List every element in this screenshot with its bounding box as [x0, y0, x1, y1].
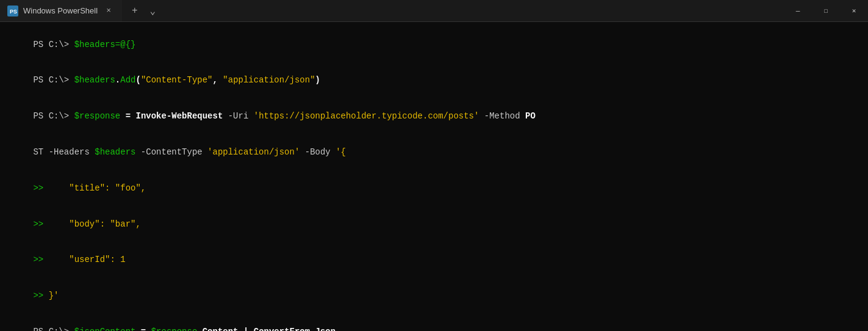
close-tab-button[interactable]: ×: [102, 5, 115, 16]
terminal-line: >> "body": "bar",: [2, 206, 866, 242]
title-bar: PS Windows PowerShell × + ⌄ — ☐ ✕: [0, 0, 868, 22]
terminal-line: PS C:\> $headers=@{}: [2, 27, 866, 63]
tab-title: Windows PowerShell: [23, 6, 98, 15]
terminal-line: ST -Headers $headers -ContentType 'appli…: [2, 134, 866, 170]
terminal-line: PS C:\> $headers.Add("Content-Type", "ap…: [2, 63, 866, 99]
terminal-line: PS C:\> $response = Invoke-WebRequest -U…: [2, 99, 866, 135]
terminal-line: >> "userId": 1: [2, 242, 866, 278]
close-window-button[interactable]: ✕: [840, 0, 868, 22]
minimize-button[interactable]: —: [784, 0, 812, 22]
active-tab[interactable]: PS Windows PowerShell ×: [0, 0, 122, 21]
terminal-line: >> }': [2, 278, 866, 314]
powershell-icon: PS: [7, 5, 18, 16]
terminal-line: PS C:\> $jsonContent = $response.Content…: [2, 314, 866, 331]
maximize-button[interactable]: ☐: [812, 0, 840, 22]
svg-text:PS: PS: [10, 9, 17, 15]
powershell-window: PS Windows PowerShell × + ⌄ — ☐ ✕ PS C:\…: [0, 0, 868, 331]
terminal-body[interactable]: PS C:\> $headers=@{} PS C:\> $headers.Ad…: [0, 22, 868, 331]
tab-actions: + ⌄: [122, 2, 165, 20]
terminal-line: >> "title": "foo",: [2, 170, 866, 206]
add-tab-button[interactable]: +: [127, 3, 143, 19]
tab-dropdown-button[interactable]: ⌄: [145, 2, 161, 20]
window-controls: — ☐ ✕: [784, 0, 868, 22]
